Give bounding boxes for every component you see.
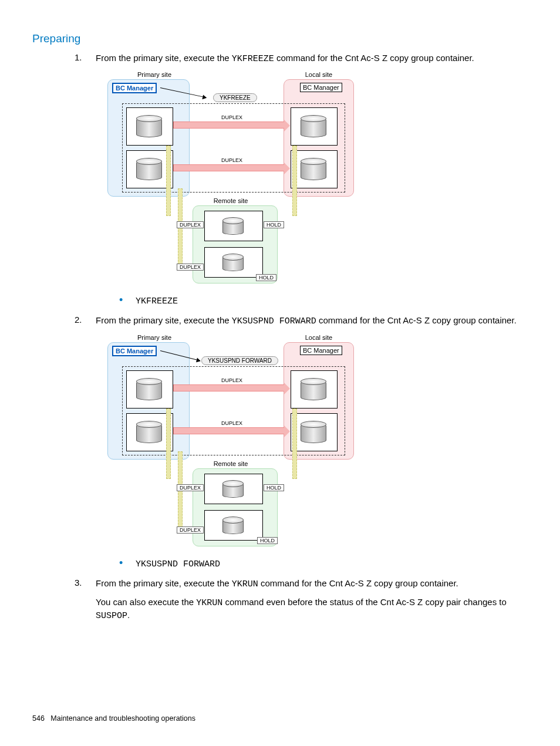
sync-path bbox=[166, 146, 171, 216]
disk-icon bbox=[136, 378, 162, 400]
sync-path bbox=[178, 451, 183, 534]
sync-path bbox=[292, 146, 297, 216]
remote-hold-1: HOLD bbox=[264, 221, 284, 228]
page-number: 546 bbox=[32, 714, 45, 723]
section-heading: Preparing bbox=[32, 32, 528, 45]
bc-manager-primary: BC Manager bbox=[112, 346, 157, 356]
remote-storage-1 bbox=[204, 474, 263, 504]
remote-duplex-2: DUPLEX bbox=[177, 264, 204, 271]
bc-manager-primary: BC Manager bbox=[112, 83, 157, 93]
remote-storage-2 bbox=[204, 247, 263, 278]
figure-1: Primary site Local site BC Manager BC Ma… bbox=[102, 71, 354, 288]
primary-storage-1 bbox=[126, 107, 173, 146]
disk-icon bbox=[136, 421, 162, 443]
step-3-text: From the primary site, execute the YKRUN… bbox=[96, 578, 528, 590]
disk-icon bbox=[301, 421, 326, 443]
step-1: From the primary site, execute the YKFRE… bbox=[68, 52, 528, 306]
figure-2: Primary site Local site BC Manager BC Ma… bbox=[102, 334, 354, 551]
bc-manager-local: BC Manager bbox=[300, 83, 342, 92]
duplex-label-2: DUPLEX bbox=[219, 420, 245, 426]
remote-site-label: Remote site bbox=[204, 460, 257, 467]
remote-hold-2: HOLD bbox=[257, 537, 278, 544]
disk-icon bbox=[222, 480, 244, 498]
step-2-text: From the primary site, execute the YKSUS… bbox=[96, 315, 528, 328]
remote-hold-1: HOLD bbox=[264, 484, 284, 491]
local-storage-1 bbox=[291, 107, 338, 146]
disk-icon bbox=[222, 217, 244, 235]
disk-icon bbox=[222, 254, 244, 271]
disk-icon bbox=[222, 517, 244, 534]
local-storage-2 bbox=[291, 413, 338, 451]
duplex-bar-1 bbox=[173, 384, 285, 391]
local-site-label: Local site bbox=[295, 71, 342, 78]
remote-storage-1 bbox=[204, 211, 263, 241]
remote-site-label: Remote site bbox=[204, 197, 257, 204]
chapter-title: Maintenance and troubleshooting operatio… bbox=[50, 714, 195, 723]
duplex-bar-2 bbox=[173, 164, 285, 171]
step-2-bullets: YKSUSPND FORWARD bbox=[96, 558, 528, 569]
yksuspnd-pill: YKSUSPND FORWARD bbox=[201, 356, 278, 365]
sync-path bbox=[292, 409, 297, 479]
bullet-ykfreeze: YKFREEZE bbox=[119, 295, 528, 306]
remote-hold-2: HOLD bbox=[256, 274, 276, 281]
duplex-label-1: DUPLEX bbox=[219, 114, 245, 120]
content-area: From the primary site, execute the YKFRE… bbox=[32, 52, 528, 622]
ykfreeze-pill: YKFREEZE bbox=[213, 93, 257, 102]
disk-icon bbox=[301, 158, 326, 180]
primary-storage-1 bbox=[126, 370, 173, 409]
disk-icon bbox=[136, 158, 162, 180]
bullet-yksuspnd: YKSUSPND FORWARD bbox=[119, 558, 528, 569]
remote-duplex-1: DUPLEX bbox=[177, 221, 204, 228]
local-storage-1 bbox=[291, 370, 338, 409]
step-1-bullets: YKFREEZE bbox=[96, 295, 528, 306]
step-2: From the primary site, execute the YKSUS… bbox=[68, 315, 528, 569]
step-3: From the primary site, execute the YKRUN… bbox=[68, 578, 528, 623]
step-1-text: From the primary site, execute the YKFRE… bbox=[96, 52, 528, 65]
sync-path bbox=[178, 188, 183, 271]
page-footer: 546 Maintenance and troubleshooting oper… bbox=[32, 714, 195, 723]
primary-site-label: Primary site bbox=[131, 334, 178, 341]
disk-icon bbox=[301, 115, 326, 137]
duplex-bar-1 bbox=[173, 121, 285, 129]
bc-manager-local: BC Manager bbox=[300, 346, 342, 355]
duplex-label-2: DUPLEX bbox=[219, 157, 245, 163]
disk-icon bbox=[136, 115, 162, 137]
disk-icon bbox=[301, 378, 326, 400]
sync-path bbox=[166, 409, 171, 479]
remote-duplex-2: DUPLEX bbox=[177, 526, 204, 534]
duplex-bar-2 bbox=[173, 427, 285, 434]
local-site-label: Local site bbox=[295, 334, 342, 341]
primary-site-label: Primary site bbox=[131, 71, 178, 78]
remote-duplex-1: DUPLEX bbox=[177, 484, 204, 491]
local-storage-2 bbox=[291, 150, 338, 188]
step-3-note: You can also execute the YKRUN command e… bbox=[96, 596, 528, 623]
duplex-label-1: DUPLEX bbox=[219, 377, 245, 383]
remote-storage-2 bbox=[204, 510, 263, 541]
